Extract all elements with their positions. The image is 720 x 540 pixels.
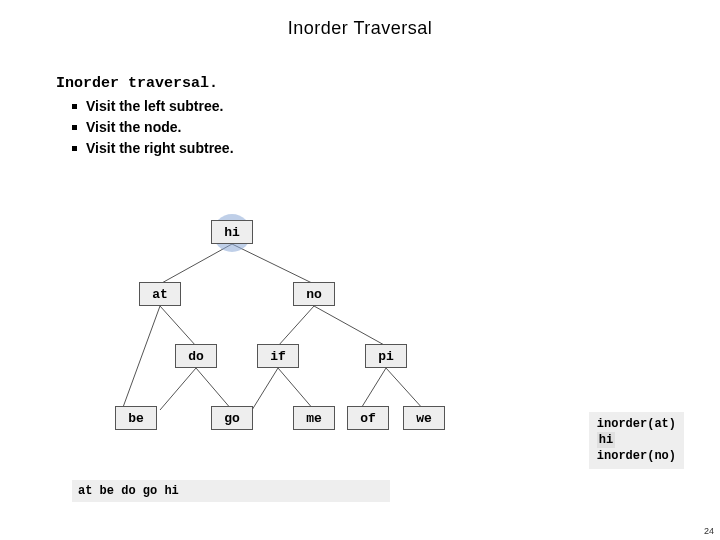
svg-line-6 [278,306,314,346]
svg-line-3 [160,306,196,346]
bullet-item: Visit the left subtree. [72,96,720,117]
svg-line-11 [386,368,424,410]
svg-line-2 [122,306,160,410]
tree-node-pi: pi [365,344,407,368]
slide-title: Inorder Traversal [0,0,720,39]
tree-node-of: of [347,406,389,430]
trace-line-current: hi [597,432,615,448]
tree-node-hi: hi [211,220,253,244]
bullet-item: Visit the right subtree. [72,138,720,159]
tree-node-at: at [139,282,181,306]
svg-line-4 [160,368,196,410]
call-trace: inorder(at) hi inorder(no) [589,412,684,469]
svg-line-10 [360,368,386,410]
tree-node-do: do [175,344,217,368]
svg-line-1 [232,244,314,284]
tree-node-no: no [293,282,335,306]
bullet-item: Visit the node. [72,117,720,138]
svg-line-9 [278,368,314,410]
tree-diagram: hi at no do if pi be go me of we [90,220,520,440]
svg-line-7 [314,306,386,346]
content-block: Inorder traversal. Visit the left subtre… [0,39,720,159]
tree-node-if: if [257,344,299,368]
traversal-output: at be do go hi [72,480,390,502]
tree-node-me: me [293,406,335,430]
svg-line-8 [252,368,278,410]
svg-line-0 [160,244,232,284]
tree-node-be: be [115,406,157,430]
tree-node-go: go [211,406,253,430]
svg-line-5 [196,368,232,410]
trace-line: inorder(at) [597,417,676,431]
bullet-list: Visit the left subtree. Visit the node. … [72,96,720,159]
tree-node-we: we [403,406,445,430]
trace-line: inorder(no) [597,449,676,463]
page-number: 24 [704,526,714,536]
section-heading: Inorder traversal. [56,73,720,96]
